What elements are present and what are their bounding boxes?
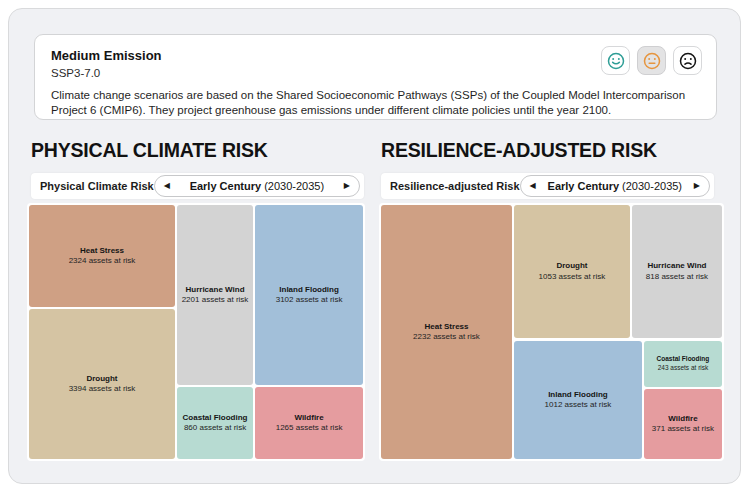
- tile-label: Heat Stress: [424, 322, 468, 332]
- treemap-tile-inland-flooding[interactable]: Inland Flooding3102 assets at risk: [255, 205, 363, 385]
- prev-period-icon[interactable]: ◀: [164, 182, 170, 190]
- treemap-tile-drought[interactable]: Drought3394 assets at risk: [29, 309, 175, 459]
- tile-value: 2324 assets at risk: [69, 256, 136, 266]
- treemap-tile-inland-flooding[interactable]: Inland Flooding1012 assets at risk: [514, 341, 642, 459]
- treemap-tile-heat-stress[interactable]: Heat Stress2324 assets at risk: [29, 205, 175, 307]
- happy-face-icon: [606, 51, 626, 71]
- tile-value: 1012 assets at risk: [545, 400, 612, 410]
- high-emission-button[interactable]: [673, 46, 702, 75]
- tile-value: 1265 assets at risk: [276, 423, 343, 433]
- medium-emission-button[interactable]: [637, 46, 666, 75]
- treemap-tile-coastal-flooding[interactable]: Coastal Flooding860 assets at risk: [177, 387, 253, 459]
- tile-value: 243 assets at risk: [658, 364, 709, 372]
- tile-label: Wildfire: [668, 414, 697, 424]
- tile-label: Coastal Flooding: [183, 413, 248, 423]
- period-range: (2030-2035): [264, 180, 324, 192]
- treemap-tile-hurricane-wind[interactable]: Hurricane Wind2201 assets at risk: [177, 205, 253, 385]
- period-text: Early Century(2030-2035): [548, 180, 682, 192]
- tile-value: 3102 assets at risk: [276, 295, 343, 305]
- treemap-tile-wildfire[interactable]: Wildfire1265 assets at risk: [255, 387, 363, 459]
- tile-value: 1053 assets at risk: [539, 272, 606, 282]
- resilience-risk-heading: RESILIENCE-ADJUSTED RISK: [381, 139, 657, 162]
- prev-period-icon[interactable]: ◀: [530, 182, 536, 190]
- sad-face-icon: [678, 51, 698, 71]
- tile-value: 3394 assets at risk: [69, 384, 136, 394]
- physical-risk-selector-bar: Physical Climate Risk ◀ Early Century(20…: [31, 173, 364, 199]
- selector-label: Resilience-adjusted Risk: [390, 180, 520, 192]
- treemap-tile-hurricane-wind[interactable]: Hurricane Wind818 assets at risk: [632, 205, 722, 338]
- tile-label: Drought: [86, 374, 117, 384]
- period-range: (2030-2035): [622, 180, 682, 192]
- next-period-icon[interactable]: ▶: [344, 182, 350, 190]
- treemap-tiles-container: Heat Stress2324 assets at riskDrought339…: [29, 205, 363, 459]
- treemap-tiles-container: Heat Stress2232 assets at riskDrought105…: [381, 205, 722, 459]
- tile-value: 818 assets at risk: [646, 272, 708, 282]
- tile-label: Hurricane Wind: [647, 261, 706, 271]
- next-period-icon[interactable]: ▶: [694, 182, 700, 190]
- tile-value: 371 assets at risk: [652, 424, 714, 434]
- tile-label: Heat Stress: [80, 246, 124, 256]
- scenario-description: Climate change scenarios are based on th…: [51, 88, 700, 118]
- selector-label: Physical Climate Risk: [40, 180, 154, 192]
- scenario-card: Medium Emission SSP3-7.0 Climate change …: [34, 34, 717, 120]
- tile-value: 860 assets at risk: [184, 423, 246, 433]
- treemap-tile-coastal-flooding[interactable]: Coastal Flooding243 assets at risk: [644, 341, 722, 387]
- tile-value: 2232 assets at risk: [413, 332, 480, 342]
- period-name: Early Century: [190, 180, 262, 192]
- treemap-tile-drought[interactable]: Drought1053 assets at risk: [514, 205, 630, 338]
- tile-label: Wildfire: [294, 413, 323, 423]
- emission-scenario-buttons: [601, 46, 702, 75]
- dashboard-card: Medium Emission SSP3-7.0 Climate change …: [8, 8, 741, 484]
- tile-value: 2201 assets at risk: [182, 295, 249, 305]
- tile-label: Coastal Flooding: [657, 355, 710, 363]
- neutral-face-icon: [642, 51, 662, 71]
- treemap-tile-heat-stress[interactable]: Heat Stress2232 assets at risk: [381, 205, 512, 459]
- resilience-risk-selector-bar: Resilience-adjusted Risk ◀ Early Century…: [381, 173, 714, 199]
- resilience-risk-treemap: Heat Stress2232 assets at riskDrought105…: [379, 203, 724, 461]
- period-text: Early Century(2030-2035): [190, 180, 324, 192]
- tile-label: Drought: [556, 261, 587, 271]
- tile-label: Hurricane Wind: [186, 285, 245, 295]
- period-selector[interactable]: ◀ Early Century(2030-2035) ▶: [154, 175, 360, 197]
- period-name: Early Century: [548, 180, 620, 192]
- period-selector[interactable]: ◀ Early Century(2030-2035) ▶: [520, 175, 710, 197]
- tile-label: Inland Flooding: [548, 390, 608, 400]
- treemap-tile-wildfire[interactable]: Wildfire371 assets at risk: [644, 389, 722, 459]
- tile-label: Inland Flooding: [279, 285, 339, 295]
- low-emission-button[interactable]: [601, 46, 630, 75]
- physical-risk-treemap: Heat Stress2324 assets at riskDrought339…: [27, 203, 365, 461]
- physical-risk-heading: PHYSICAL CLIMATE RISK: [31, 139, 268, 162]
